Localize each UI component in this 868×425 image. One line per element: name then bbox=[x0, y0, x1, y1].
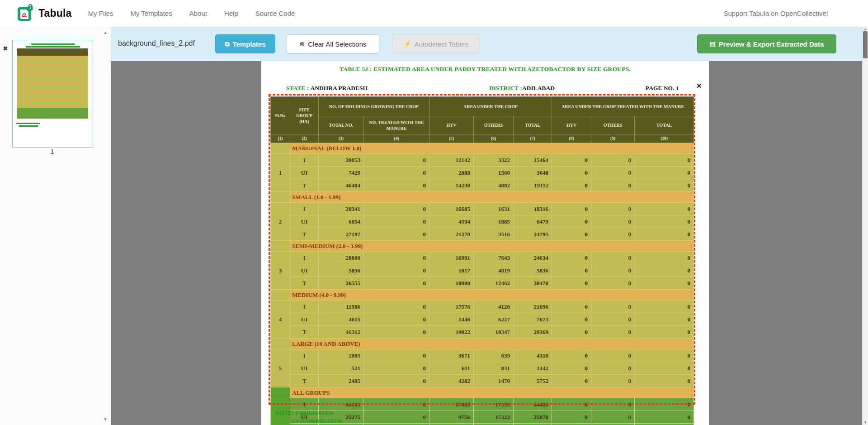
value-cell: 76821 bbox=[429, 424, 474, 425]
value-cell: 0 bbox=[552, 411, 591, 424]
scrollbar-down-icon[interactable]: ▼ bbox=[863, 420, 868, 425]
state-label: STATE : bbox=[286, 85, 309, 91]
nav-links: My Files My Templates About Help Source … bbox=[88, 10, 295, 17]
nav-item-my-templates[interactable]: My Templates bbox=[130, 10, 172, 17]
navbar: Tabula My Files My Templates About Help … bbox=[0, 0, 868, 27]
scrollbar-up-icon[interactable]: ▲ bbox=[863, 27, 868, 31]
brand-title[interactable]: Tabula bbox=[38, 7, 72, 19]
main-scrollbar[interactable]: ▲ ▼ bbox=[862, 27, 868, 425]
nav-item-about[interactable]: About bbox=[189, 10, 207, 17]
value-cell: 109498 bbox=[514, 424, 552, 425]
clear-all-selections-button[interactable]: ⊗ Clear All Selections bbox=[287, 34, 379, 53]
nav-item-help[interactable]: Help bbox=[224, 10, 238, 17]
tabula-logo-icon bbox=[17, 4, 34, 24]
selection-close-icon[interactable]: ✕ bbox=[696, 82, 702, 90]
page-no-label: PAGE NO. 1 bbox=[646, 85, 679, 92]
value-cell: 0 bbox=[591, 424, 635, 425]
value-cell: 9756 bbox=[429, 411, 474, 424]
clear-icon: ⊗ bbox=[300, 41, 305, 47]
table-title: TABLE 5J : ESTIMATED AREA UNDER PADDY TR… bbox=[261, 66, 709, 73]
thumbnail-sidebar: ✖ 1 ▲ ▼ bbox=[0, 27, 111, 425]
sidebar-scroll-up-icon[interactable]: ▲ bbox=[103, 30, 108, 35]
templates-icon: ⧉ bbox=[225, 41, 229, 47]
value-cell: 0 bbox=[364, 424, 429, 425]
value-cell: 15322 bbox=[474, 411, 514, 424]
mini-note-line2 bbox=[19, 125, 38, 127]
clear-button-label: Clear All Selections bbox=[308, 40, 366, 48]
value-cell: 25078 bbox=[514, 411, 552, 424]
value-cell: 0 bbox=[364, 411, 429, 424]
value-cell: 32677 bbox=[474, 424, 514, 425]
autodetect-button-label: Autodetect Tables bbox=[415, 40, 468, 48]
pdf-page[interactable]: TABLE 5J : ESTIMATED AREA UNDER PADDY TR… bbox=[261, 61, 709, 425]
document-filename: background_lines_2.pdf bbox=[118, 39, 195, 48]
note-line-2: UI-UNIRRIGATED bbox=[292, 418, 342, 425]
value-cell: 0 bbox=[552, 424, 591, 425]
support-link[interactable]: Support Tabula on OpenCollective! bbox=[723, 10, 828, 17]
selection-rectangle[interactable] bbox=[269, 94, 695, 405]
note-line-1: NOTE: I-IRRIGATED bbox=[275, 410, 333, 417]
scrollbar-thumb[interactable] bbox=[863, 31, 868, 58]
templates-button[interactable]: ⧉ Templates bbox=[215, 34, 275, 53]
remove-page-icon[interactable]: ✖ bbox=[3, 45, 8, 52]
thumbnail-page-number[interactable]: 1 bbox=[12, 148, 92, 155]
thumbnail-mini-table bbox=[17, 48, 88, 117]
nav-item-my-files[interactable]: My Files bbox=[88, 10, 113, 17]
mini-table-totals bbox=[17, 106, 88, 119]
nav-item-source-code[interactable]: Source Code bbox=[255, 10, 295, 17]
value-cell: 0 bbox=[635, 411, 694, 424]
value-cell: 0 bbox=[591, 411, 635, 424]
table-icon: ▤ bbox=[710, 41, 716, 47]
export-button-label: Preview & Export Extracted Data bbox=[719, 40, 824, 48]
brand[interactable]: Tabula bbox=[17, 4, 72, 24]
district-label: DISTRICT : bbox=[489, 85, 522, 91]
tabula-app: Tabula My Files My Templates About Help … bbox=[0, 0, 868, 425]
pdf-viewport: TABLE 5J : ESTIMATED AREA UNDER PADDY TR… bbox=[111, 61, 863, 425]
toolbar: background_lines_2.pdf ⧉ Templates ⊗ Cle… bbox=[111, 27, 863, 61]
thumb-title-line bbox=[31, 43, 75, 45]
thumb-subtitle-line bbox=[26, 46, 80, 48]
templates-button-label: Templates bbox=[232, 40, 265, 48]
mini-table-header bbox=[17, 48, 88, 56]
value-cell: 0 bbox=[635, 424, 694, 425]
lightning-icon: ⚡ bbox=[403, 41, 411, 47]
preview-export-button[interactable]: ▤ Preview & Export Extracted Data bbox=[697, 34, 836, 53]
district-value: ADILABAD bbox=[522, 85, 555, 91]
district-line: DISTRICT :ADILABAD bbox=[489, 85, 555, 92]
mini-table-rows bbox=[17, 56, 88, 106]
state-line: STATE : ANDHRA PRADESH bbox=[286, 85, 368, 92]
state-value: ANDHRA PRADESH bbox=[311, 85, 368, 91]
page-thumbnail[interactable] bbox=[12, 40, 93, 148]
mini-note-line bbox=[16, 123, 40, 124]
sidebar-scroll-down-icon[interactable]: ▼ bbox=[103, 417, 108, 422]
autodetect-tables-button[interactable]: ⚡ Autodetect Tables bbox=[392, 34, 480, 53]
